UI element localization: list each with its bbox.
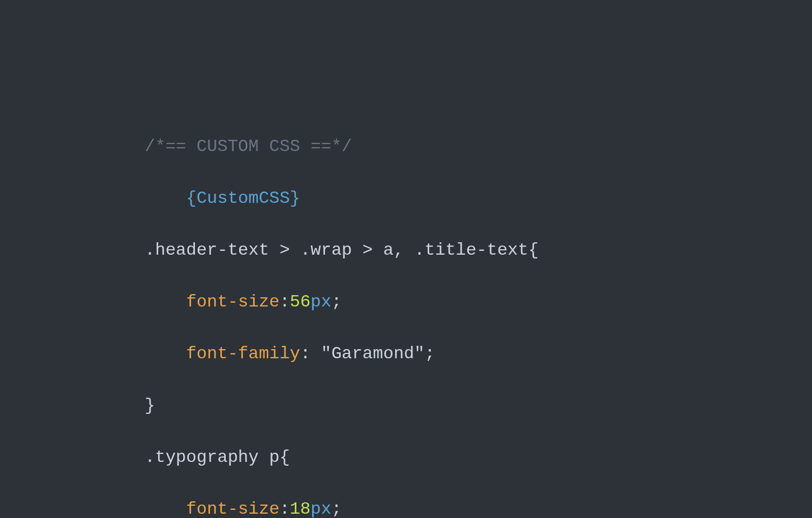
css-placeholder-token: {CustomCSS} [186, 188, 300, 208]
code-line: font-size:56px; [145, 289, 812, 315]
semicolon: ; [331, 499, 342, 518]
semicolon: ; [424, 344, 435, 364]
code-editor[interactable]: /*== CUSTOM CSS ==*/ {CustomCSS} .header… [0, 0, 812, 518]
close-brace: } [145, 396, 155, 415]
code-line: /*== CUSTOM CSS ==*/ [145, 134, 812, 160]
code-line: {CustomCSS} [145, 186, 812, 212]
code-line: .header-text > .wrap > a, .title-text{ [145, 237, 812, 263]
css-comment: /*== CUSTOM CSS ==*/ [145, 137, 352, 156]
colon: : [280, 499, 290, 518]
code-line: font-family: "Garamond"; [145, 341, 812, 367]
open-brace: { [280, 447, 290, 467]
css-number: 18 [290, 499, 310, 518]
semicolon: ; [331, 292, 342, 312]
colon: : [300, 344, 321, 364]
code-line: } [145, 393, 812, 419]
css-selector: .typography p [145, 447, 280, 467]
colon: : [280, 292, 290, 312]
css-string: "Garamond" [321, 344, 424, 364]
code-line: font-size:18px; [145, 496, 812, 518]
css-number: 56 [290, 292, 310, 312]
open-brace: { [529, 240, 539, 260]
code-line: .typography p{ [145, 445, 812, 471]
css-property: font-size [186, 292, 280, 312]
css-property: font-family [186, 344, 300, 364]
css-unit: px [310, 499, 331, 518]
css-unit: px [310, 292, 331, 312]
css-property: font-size [186, 499, 280, 518]
css-selector: .header-text > .wrap > a, .title-text [145, 240, 529, 260]
